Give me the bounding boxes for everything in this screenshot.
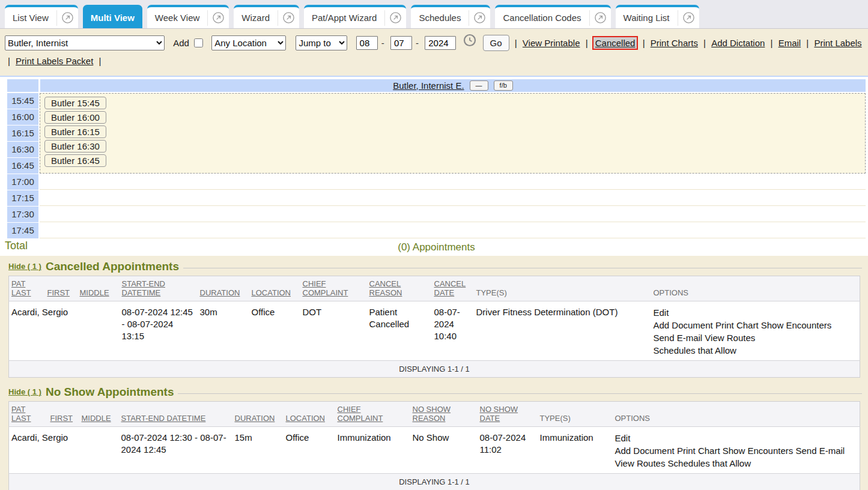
date-year-input[interactable] <box>425 36 456 50</box>
col-header-location[interactable]: LOCATION <box>249 276 300 301</box>
tab-waiting-list[interactable]: Waiting List <box>616 5 699 28</box>
slot-button[interactable]: Butler 16:15 <box>44 126 106 138</box>
cell-location: Office <box>284 426 335 473</box>
paging-row: DISPLAYING 1-1 / 1 <box>9 473 860 490</box>
tab-pat-appt-wizard[interactable]: Pat/Appt Wizard <box>304 5 406 28</box>
time-slot-label: 15:45 <box>7 93 38 109</box>
cell-duration: 30m <box>198 301 249 360</box>
toolbar: Butler, Internist Add Any Location Jump … <box>0 29 868 71</box>
hide-cancelled-link[interactable]: Hide ( 1 ) <box>8 262 41 271</box>
cell-cancel-reason: Patient Cancelled <box>367 301 432 360</box>
col-header-first[interactable]: FIRST <box>45 276 77 301</box>
cell-pat-last: Acardi, Sergio <box>9 301 45 360</box>
tab-week-view[interactable]: Week View <box>147 5 229 28</box>
row-options-line[interactable]: View Routes Schedules that Allow <box>615 457 858 470</box>
tab-cancellation-codes[interactable]: Cancellation Codes <box>495 5 610 28</box>
link-print-labels-packet[interactable]: Print Labels Packet <box>16 56 93 66</box>
paging-info: DISPLAYING 1-1 / 1 <box>9 473 860 490</box>
slot-button[interactable]: Butler 16:30 <box>44 140 106 153</box>
slot-button[interactable]: Butler 15:45 <box>44 97 106 109</box>
link-add-dictation[interactable]: Add Dictation <box>711 38 765 48</box>
cell-options: Edit Add Document Print Chart Show Encou… <box>613 426 860 473</box>
date-day-input[interactable] <box>390 36 412 50</box>
col-header-noshow-date[interactable]: NO SHOWDATE <box>478 401 538 426</box>
grid-total-row: Total (0) Appointments <box>7 239 866 256</box>
jump-to-select[interactable]: Jump to <box>296 35 347 50</box>
open-schedule-zone[interactable]: Butler 15:45 Butler 16:00 Butler 16:15 B… <box>40 93 866 174</box>
time-slot-label: 17:30 <box>7 207 38 222</box>
col-header-pat-last[interactable]: PATLAST <box>9 401 48 426</box>
col-header-middle[interactable]: MIDDLE <box>79 401 119 426</box>
col-header-start-end[interactable]: START-ENDDATETIME <box>120 276 198 301</box>
noshow-section-header: Hide ( 1 ) No Show Appointments <box>0 381 868 400</box>
provider-select[interactable]: Butler, Internist <box>5 35 165 50</box>
col-header-start-end[interactable]: START-END DATETIME <box>119 401 232 426</box>
open-new-window-icon[interactable] <box>678 10 699 26</box>
schedule-grid: Butler, Internist E. — f/b 15:45 16:00 1… <box>0 76 868 256</box>
open-new-window-icon[interactable] <box>589 10 611 26</box>
cell-noshow-reason: No Show <box>410 426 478 473</box>
time-slot-label: 16:15 <box>7 126 38 141</box>
table-header-row: PATLAST FIRST MIDDLE START-END DATETIME … <box>9 401 860 426</box>
open-new-window-icon[interactable] <box>469 10 490 26</box>
cell-noshow-date: 08-07-2024 11:02 <box>478 426 538 473</box>
front-back-button[interactable]: f/b <box>494 80 513 91</box>
row-options-line[interactable]: Send E-mail View Routes <box>654 331 858 344</box>
cell-location: Office <box>249 301 300 360</box>
col-header-chief-complaint[interactable]: CHIEFCOMPLAINT <box>335 401 410 426</box>
link-print-charts[interactable]: Print Charts <box>651 38 698 48</box>
hide-noshow-link[interactable]: Hide ( 1 ) <box>8 387 41 396</box>
slot-button[interactable]: Butler 16:00 <box>44 111 106 124</box>
date-separator: - <box>381 38 384 48</box>
link-separator: | <box>806 38 809 48</box>
row-options-line[interactable]: Schedules that Allow <box>654 344 858 357</box>
time-slot-label: 16:45 <box>7 158 38 174</box>
open-new-window-icon[interactable] <box>207 10 229 26</box>
col-header-first[interactable]: FIRST <box>48 401 79 426</box>
location-select[interactable]: Any Location <box>211 35 286 50</box>
link-cancelled[interactable]: Cancelled <box>593 37 637 49</box>
col-header-pat-last[interactable]: PATLAST <box>9 276 45 301</box>
tab-schedules[interactable]: Schedules <box>411 5 490 28</box>
time-slot-label: 16:00 <box>7 109 38 125</box>
link-print-labels[interactable]: Print Labels <box>814 38 861 48</box>
row-options-line[interactable]: Add Document Print Chart Show Encounters… <box>615 444 858 457</box>
col-header-duration[interactable]: DURATION <box>232 401 284 426</box>
tab-list-view[interactable]: List View <box>5 5 78 28</box>
cell-middle <box>77 301 120 360</box>
cell-chief-complaint: Immunization <box>335 426 410 473</box>
collapse-column-button[interactable]: — <box>470 80 488 91</box>
open-new-window-icon[interactable] <box>56 10 78 26</box>
slot-button[interactable]: Butler 16:45 <box>44 154 106 167</box>
col-header-cancel-date[interactable]: CANCELDATE <box>432 276 474 301</box>
divider <box>178 393 862 394</box>
time-slot-label: 17:45 <box>7 223 38 238</box>
go-button[interactable]: Go <box>483 35 509 51</box>
row-options-line[interactable]: Edit <box>654 306 858 319</box>
col-header-chief-complaint[interactable]: CHIEFCOMPLAINT <box>300 276 367 301</box>
link-view-printable[interactable]: View Printable <box>523 38 580 48</box>
date-month-input[interactable] <box>356 36 378 50</box>
noshow-section-title: No Show Appointments <box>46 386 174 399</box>
col-header-location[interactable]: LOCATION <box>284 401 335 426</box>
cell-types: Driver Fitness Determination (DOT) <box>474 301 651 360</box>
divider <box>183 268 862 268</box>
link-separator: | <box>99 56 102 66</box>
provider-link[interactable]: Butler, Internist E. <box>393 80 464 91</box>
col-header-cancel-reason[interactable]: CANCELREASON <box>367 276 432 301</box>
tab-multi-view[interactable]: Multi View <box>83 5 142 28</box>
col-header-middle[interactable]: MIDDLE <box>77 276 120 301</box>
clock-icon[interactable] <box>463 34 476 52</box>
row-options-line[interactable]: Add Document Print Chart Show Encounters <box>654 319 858 331</box>
tab-wizard[interactable]: Wizard <box>234 5 299 28</box>
col-header-duration[interactable]: DURATION <box>198 276 249 301</box>
grid-header-row: Butler, Internist E. — f/b <box>7 79 866 92</box>
row-options-line[interactable]: Edit <box>615 432 858 444</box>
col-header-noshow-reason[interactable]: NO SHOWREASON <box>410 401 478 426</box>
link-email[interactable]: Email <box>778 38 801 48</box>
col-header-types: TYPE(S) <box>474 276 651 301</box>
closed-row <box>40 222 866 238</box>
open-new-window-icon[interactable] <box>384 10 406 26</box>
add-checkbox[interactable] <box>194 38 203 47</box>
open-new-window-icon[interactable] <box>278 10 299 26</box>
